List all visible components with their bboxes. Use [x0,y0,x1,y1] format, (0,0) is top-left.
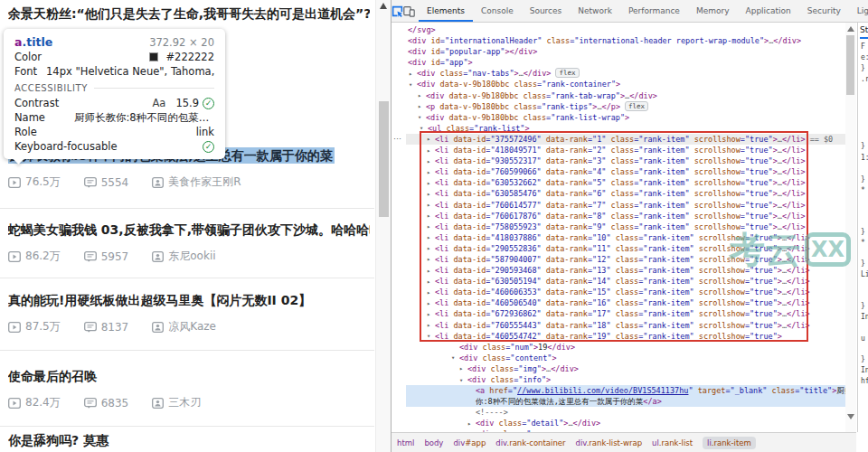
style-rule-fragment: * [861,186,865,194]
dom-tree-node[interactable]: <!----> [406,407,856,418]
dom-tree-node[interactable]: ▸<div class="img">…</div> [406,363,856,374]
video-stats: 76.5万5554美食作家王刚R [8,174,370,190]
dom-tree-node[interactable]: ▸<div class="nav-tabs">…</div>flex [406,68,856,79]
style-rule-fragment: F [861,42,865,51]
tooltip-accessibility-header: ACCESSIBILITY [14,83,214,93]
breadcrumb-item-div.rank-container[interactable]: div.rank-container [495,438,565,447]
style-rule-fragment: } [861,175,865,184]
video-stats: 87.5万8137凉风Kaze [8,319,370,334]
tooltip-role-value: link [196,125,214,139]
dom-tree-node[interactable]: ▾<div class="info"> [406,374,856,385]
expand-arrow-icon[interactable]: ▸ [418,90,426,101]
devtools-panel: ElementsConsoleSourcesNetworkPerformance… [391,0,868,452]
dom-tree-node[interactable]: ▸<p data-v-9b180bbc class="rank-tips">…<… [406,101,856,112]
dom-tree-node[interactable]: ▸<div data-v-9b180bbc class="rank-tab-wr… [406,90,856,101]
devtools-tab-security[interactable]: Security [799,0,849,22]
breadcrumb-item-html[interactable]: html [397,438,414,447]
video-item: 余景天粉丝:“他们只是失去了生命,我哥哥失去的可是出道机会”?? [8,5,370,23]
scroll-up-arrow-icon[interactable] [847,26,854,32]
devtools-tab-lighthouse[interactable]: Lighthouse [849,0,868,22]
tooltip-name-label: Name [14,110,45,125]
devtools-tab-memory[interactable]: Memory [688,0,738,22]
devtools-tab-console[interactable]: Console [473,0,522,22]
dom-tree-node[interactable]: <a href="//www.bilibili.com/video/BV1S54… [406,385,856,396]
item-divider [0,350,374,351]
style-rule-fragment: * [861,239,865,247]
flex-badge[interactable]: flex [625,101,648,111]
item-divider [0,208,374,209]
play-count-icon [8,251,21,262]
style-rule-fragment: } [861,228,865,236]
uploader-name[interactable]: 东尼ookii [168,249,215,264]
dom-tree-node[interactable]: ▾<div class="content"> [406,353,856,363]
dom-tree-node[interactable]: ▾<div data-v-9b180bbc class="rank-contai… [406,79,856,89]
tooltip-contrast-label: Contrast [14,96,59,110]
styles-tab-fragment[interactable]: St [860,25,868,39]
expand-arrow-icon[interactable]: ▸ [459,363,467,374]
dom-tree-node[interactable]: <div class="num">19</div> [406,342,856,353]
tooltip-selector-class: .title [22,35,52,49]
style-rule-fragment: } [861,259,865,268]
color-swatch [149,52,158,61]
flex-badge[interactable]: flex [555,68,579,78]
video-item: 你是舔狗吗? 莫惠 [8,432,370,449]
collapse-arrow-icon[interactable]: ▾ [451,353,459,363]
style-rule-fragment: } [861,355,865,363]
scroll-down-arrow-icon[interactable] [847,414,854,419]
devtools-tab-application[interactable]: Application [738,0,799,22]
devtools-tab-network[interactable]: Network [570,0,620,22]
breadcrumb-item-ul.rank-list[interactable]: ul.rank-list [652,438,693,447]
dom-tree-node[interactable]: ▾<div id="app"> [406,57,856,68]
collapse-arrow-icon[interactable]: ▾ [459,375,467,386]
expand-arrow-icon[interactable]: ▸ [467,419,476,429]
tree-scrollbar[interactable] [845,23,856,432]
uploader-name[interactable]: 三木刃 [168,395,201,410]
breadcrumb-item-li.rank-item[interactable]: li.rank-item [703,437,756,449]
style-rule-fragment: .r [861,75,868,83]
expand-arrow-icon[interactable]: ▸ [418,101,426,112]
style-rule-fragment: e: [861,53,868,61]
collapse-arrow-icon[interactable]: ▾ [418,112,426,123]
page-scrollbar-thumb[interactable] [379,101,389,217]
breadcrumb-item-div.rank-list-wrap[interactable]: div.rank-list-wrap [576,438,643,447]
breadcrumb-item-div#app[interactable]: div#app [453,438,486,447]
video-item: 蛇蝎美女骗我钱 03,反被我拿下,带领骗子团伙攻下沙城。哈哈哈哈哈哈哈哈86.2… [8,221,370,264]
dom-tree-node[interactable]: 你:8种不同的包菜做法,这里总有一款属于你的菜</a> [406,396,856,407]
item-divider [0,278,374,278]
style-rule-fragment: Li [861,270,868,278]
item-divider [0,426,374,427]
style-rule-fragment: } [861,302,865,310]
dom-tree-node[interactable]: ▾<div data-v-9b180bbc class="rank-list-w… [406,112,856,123]
video-title-link[interactable]: 你是舔狗吗? 莫惠 [8,432,370,449]
uploader-icon [152,398,164,409]
video-title-link[interactable]: 真的能玩!用硬纸板做出超级马里奥【闷片无数II 02】 [8,292,370,309]
dom-tree-node[interactable]: <div id="popular-app"></div> [406,46,856,57]
comment-count: 5957 [101,250,129,263]
video-item: 真的能玩!用硬纸板做出超级马里奥【闷片无数II 02】87.5万8137凉风Ka… [8,292,370,334]
devtools-tab-performance[interactable]: Performance [620,0,688,22]
dom-tree-node[interactable]: ▸<div class="detail">…</div> [406,418,856,428]
inspect-element-icon[interactable] [392,0,403,22]
dom-tree-node[interactable]: </svg> [406,24,856,35]
device-toolbar-icon[interactable] [403,0,415,22]
uploader-name[interactable]: 凉风Kaze [168,319,216,334]
comment-count-icon [84,322,97,333]
tree-scrollbar-thumb[interactable] [846,35,854,95]
devtools-tab-sources[interactable]: Sources [522,0,571,22]
breadcrumb-item-body[interactable]: body [424,438,443,447]
check-icon: ✓ [203,98,214,109]
devtools-tab-elements[interactable]: Elements [419,0,473,22]
scroll-up-arrow-icon[interactable] [380,3,387,9]
video-title-link[interactable]: 使命最后的召唤 [8,368,370,385]
inspect-tooltip: a.title 372.92 × 20 Color #222222 Font 1… [4,29,225,159]
page-scrollbar[interactable] [375,0,391,452]
tooltip-role-label: Role [14,125,37,139]
dom-tree-node[interactable]: ▸<div id="internationalHeader" class="in… [406,35,856,46]
style-rule-fragment: In [861,313,868,321]
collapse-arrow-icon[interactable]: ▾ [409,80,417,90]
expand-arrow-icon[interactable]: ▸ [409,69,417,80]
uploader-icon [152,322,164,333]
video-title-link[interactable]: 蛇蝎美女骗我钱 03,反被我拿下,带领骗子团伙攻下沙城。哈哈哈哈哈哈哈哈 [8,221,370,239]
uploader-name[interactable]: 美食作家王刚R [168,174,241,190]
video-title-link[interactable]: 余景天粉丝:“他们只是失去了生命,我哥哥失去的可是出道机会”?? [8,5,370,23]
